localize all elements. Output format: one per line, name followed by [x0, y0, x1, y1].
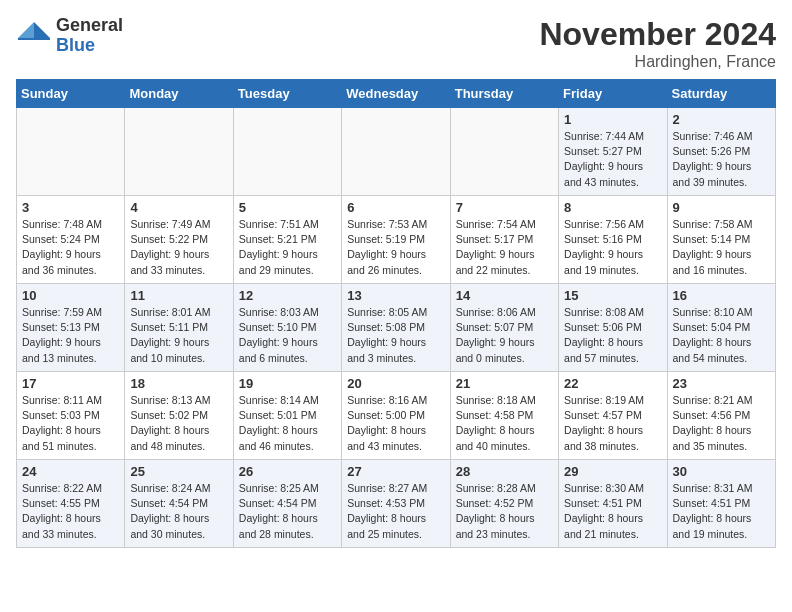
day-number: 14 [456, 288, 553, 303]
calendar-cell: 7Sunrise: 7:54 AM Sunset: 5:17 PM Daylig… [450, 196, 558, 284]
calendar-cell: 19Sunrise: 8:14 AM Sunset: 5:01 PM Dayli… [233, 372, 341, 460]
weekday-header: Saturday [667, 80, 775, 108]
weekday-header: Tuesday [233, 80, 341, 108]
day-info: Sunrise: 7:48 AM Sunset: 5:24 PM Dayligh… [22, 217, 119, 278]
calendar-header-row: SundayMondayTuesdayWednesdayThursdayFrid… [17, 80, 776, 108]
header: General Blue November 2024 Hardinghen, F… [16, 16, 776, 71]
calendar-week-row: 3Sunrise: 7:48 AM Sunset: 5:24 PM Daylig… [17, 196, 776, 284]
day-number: 6 [347, 200, 444, 215]
weekday-header: Friday [559, 80, 667, 108]
weekday-header: Wednesday [342, 80, 450, 108]
svg-rect-2 [18, 38, 50, 40]
day-number: 28 [456, 464, 553, 479]
day-number: 7 [456, 200, 553, 215]
day-info: Sunrise: 7:58 AM Sunset: 5:14 PM Dayligh… [673, 217, 770, 278]
day-number: 8 [564, 200, 661, 215]
day-info: Sunrise: 8:30 AM Sunset: 4:51 PM Dayligh… [564, 481, 661, 542]
calendar-cell [17, 108, 125, 196]
day-number: 13 [347, 288, 444, 303]
calendar-cell: 12Sunrise: 8:03 AM Sunset: 5:10 PM Dayli… [233, 284, 341, 372]
calendar-cell: 27Sunrise: 8:27 AM Sunset: 4:53 PM Dayli… [342, 460, 450, 548]
calendar-cell: 26Sunrise: 8:25 AM Sunset: 4:54 PM Dayli… [233, 460, 341, 548]
day-info: Sunrise: 7:54 AM Sunset: 5:17 PM Dayligh… [456, 217, 553, 278]
day-info: Sunrise: 8:31 AM Sunset: 4:51 PM Dayligh… [673, 481, 770, 542]
day-info: Sunrise: 7:51 AM Sunset: 5:21 PM Dayligh… [239, 217, 336, 278]
month-title: November 2024 [539, 16, 776, 53]
calendar-week-row: 24Sunrise: 8:22 AM Sunset: 4:55 PM Dayli… [17, 460, 776, 548]
calendar-cell: 25Sunrise: 8:24 AM Sunset: 4:54 PM Dayli… [125, 460, 233, 548]
day-info: Sunrise: 7:59 AM Sunset: 5:13 PM Dayligh… [22, 305, 119, 366]
svg-marker-0 [34, 22, 50, 38]
calendar-cell [342, 108, 450, 196]
calendar-cell: 10Sunrise: 7:59 AM Sunset: 5:13 PM Dayli… [17, 284, 125, 372]
calendar-cell: 16Sunrise: 8:10 AM Sunset: 5:04 PM Dayli… [667, 284, 775, 372]
weekday-header: Sunday [17, 80, 125, 108]
day-info: Sunrise: 8:21 AM Sunset: 4:56 PM Dayligh… [673, 393, 770, 454]
day-info: Sunrise: 8:27 AM Sunset: 4:53 PM Dayligh… [347, 481, 444, 542]
calendar-cell: 21Sunrise: 8:18 AM Sunset: 4:58 PM Dayli… [450, 372, 558, 460]
day-info: Sunrise: 7:49 AM Sunset: 5:22 PM Dayligh… [130, 217, 227, 278]
title-area: November 2024 Hardinghen, France [539, 16, 776, 71]
day-number: 4 [130, 200, 227, 215]
day-number: 15 [564, 288, 661, 303]
day-info: Sunrise: 8:03 AM Sunset: 5:10 PM Dayligh… [239, 305, 336, 366]
weekday-header: Monday [125, 80, 233, 108]
day-info: Sunrise: 8:25 AM Sunset: 4:54 PM Dayligh… [239, 481, 336, 542]
location: Hardinghen, France [539, 53, 776, 71]
day-number: 3 [22, 200, 119, 215]
day-info: Sunrise: 8:22 AM Sunset: 4:55 PM Dayligh… [22, 481, 119, 542]
calendar-cell: 8Sunrise: 7:56 AM Sunset: 5:16 PM Daylig… [559, 196, 667, 284]
day-info: Sunrise: 7:44 AM Sunset: 5:27 PM Dayligh… [564, 129, 661, 190]
calendar-cell: 15Sunrise: 8:08 AM Sunset: 5:06 PM Dayli… [559, 284, 667, 372]
day-number: 22 [564, 376, 661, 391]
calendar-cell: 20Sunrise: 8:16 AM Sunset: 5:00 PM Dayli… [342, 372, 450, 460]
calendar-cell: 29Sunrise: 8:30 AM Sunset: 4:51 PM Dayli… [559, 460, 667, 548]
calendar-cell [450, 108, 558, 196]
day-info: Sunrise: 8:05 AM Sunset: 5:08 PM Dayligh… [347, 305, 444, 366]
day-info: Sunrise: 8:06 AM Sunset: 5:07 PM Dayligh… [456, 305, 553, 366]
logo-icon [16, 18, 52, 54]
day-info: Sunrise: 8:19 AM Sunset: 4:57 PM Dayligh… [564, 393, 661, 454]
day-info: Sunrise: 8:28 AM Sunset: 4:52 PM Dayligh… [456, 481, 553, 542]
day-info: Sunrise: 8:18 AM Sunset: 4:58 PM Dayligh… [456, 393, 553, 454]
day-number: 29 [564, 464, 661, 479]
day-number: 18 [130, 376, 227, 391]
calendar-cell: 14Sunrise: 8:06 AM Sunset: 5:07 PM Dayli… [450, 284, 558, 372]
day-info: Sunrise: 7:56 AM Sunset: 5:16 PM Dayligh… [564, 217, 661, 278]
day-info: Sunrise: 7:53 AM Sunset: 5:19 PM Dayligh… [347, 217, 444, 278]
day-info: Sunrise: 8:10 AM Sunset: 5:04 PM Dayligh… [673, 305, 770, 366]
day-info: Sunrise: 8:01 AM Sunset: 5:11 PM Dayligh… [130, 305, 227, 366]
calendar-cell: 9Sunrise: 7:58 AM Sunset: 5:14 PM Daylig… [667, 196, 775, 284]
day-number: 27 [347, 464, 444, 479]
calendar-week-row: 10Sunrise: 7:59 AM Sunset: 5:13 PM Dayli… [17, 284, 776, 372]
day-info: Sunrise: 7:46 AM Sunset: 5:26 PM Dayligh… [673, 129, 770, 190]
calendar-cell: 11Sunrise: 8:01 AM Sunset: 5:11 PM Dayli… [125, 284, 233, 372]
calendar-cell [125, 108, 233, 196]
weekday-header: Thursday [450, 80, 558, 108]
day-number: 17 [22, 376, 119, 391]
day-number: 2 [673, 112, 770, 127]
calendar-cell: 17Sunrise: 8:11 AM Sunset: 5:03 PM Dayli… [17, 372, 125, 460]
day-number: 21 [456, 376, 553, 391]
calendar-cell: 1Sunrise: 7:44 AM Sunset: 5:27 PM Daylig… [559, 108, 667, 196]
day-number: 10 [22, 288, 119, 303]
calendar-body: 1Sunrise: 7:44 AM Sunset: 5:27 PM Daylig… [17, 108, 776, 548]
calendar-cell [233, 108, 341, 196]
day-number: 26 [239, 464, 336, 479]
calendar-cell: 22Sunrise: 8:19 AM Sunset: 4:57 PM Dayli… [559, 372, 667, 460]
day-number: 5 [239, 200, 336, 215]
day-info: Sunrise: 8:14 AM Sunset: 5:01 PM Dayligh… [239, 393, 336, 454]
day-info: Sunrise: 8:13 AM Sunset: 5:02 PM Dayligh… [130, 393, 227, 454]
calendar-cell: 23Sunrise: 8:21 AM Sunset: 4:56 PM Dayli… [667, 372, 775, 460]
logo-text: General Blue [56, 16, 123, 56]
day-number: 11 [130, 288, 227, 303]
calendar-cell: 2Sunrise: 7:46 AM Sunset: 5:26 PM Daylig… [667, 108, 775, 196]
day-number: 9 [673, 200, 770, 215]
calendar-cell: 28Sunrise: 8:28 AM Sunset: 4:52 PM Dayli… [450, 460, 558, 548]
svg-marker-1 [18, 22, 34, 38]
day-number: 23 [673, 376, 770, 391]
calendar-week-row: 17Sunrise: 8:11 AM Sunset: 5:03 PM Dayli… [17, 372, 776, 460]
calendar-cell: 6Sunrise: 7:53 AM Sunset: 5:19 PM Daylig… [342, 196, 450, 284]
calendar-week-row: 1Sunrise: 7:44 AM Sunset: 5:27 PM Daylig… [17, 108, 776, 196]
day-info: Sunrise: 8:16 AM Sunset: 5:00 PM Dayligh… [347, 393, 444, 454]
